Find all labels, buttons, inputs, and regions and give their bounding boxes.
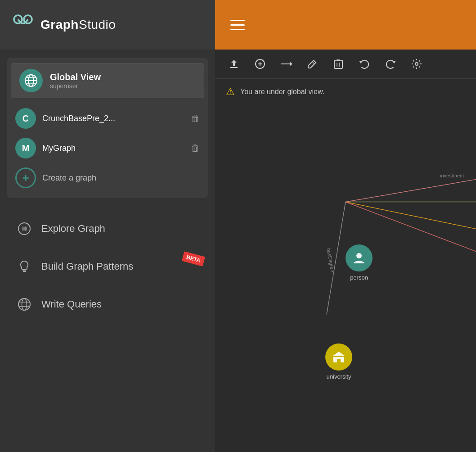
person-node-label: person xyxy=(350,274,368,281)
create-graph-item[interactable]: + Create a graph xyxy=(7,163,208,193)
graphstudio-logo-icon xyxy=(11,13,34,36)
svg-line-31 xyxy=(327,202,346,315)
warning-icon: ⚠ xyxy=(226,86,235,98)
svg-rect-24 xyxy=(334,61,342,68)
warning-bar: ⚠ You are under global view. xyxy=(215,79,476,105)
edit-button[interactable] xyxy=(304,56,320,72)
edge-button[interactable] xyxy=(278,56,294,72)
undo-button[interactable] xyxy=(356,56,373,72)
graph-avatar-c: C xyxy=(15,108,36,129)
beta-badge: BETA xyxy=(182,251,205,267)
settings-button[interactable] xyxy=(409,56,425,72)
app-title: GraphStudio xyxy=(40,18,116,32)
nav-item-explore[interactable]: Explore Graph xyxy=(7,211,208,247)
global-view-subtitle: superuser xyxy=(50,82,101,90)
svg-point-12 xyxy=(18,298,30,310)
main-content: ⚠ You are under global view. hasDegree i… xyxy=(215,0,476,452)
svg-text:hasDegree: hasDegree xyxy=(326,248,335,272)
graph-item-crunchbase[interactable]: C CrunchBasePre_2... 🗑 xyxy=(7,104,208,133)
upload-button[interactable] xyxy=(226,56,242,72)
global-view-item[interactable]: Global View superuser xyxy=(11,63,204,98)
university-node[interactable]: university xyxy=(325,344,352,380)
compass-icon xyxy=(16,221,32,237)
explore-graph-label: Explore Graph xyxy=(41,223,105,235)
svg-line-32 xyxy=(346,180,476,202)
svg-marker-40 xyxy=(332,352,345,356)
svg-point-38 xyxy=(356,253,362,258)
delete-crunchbase-button[interactable]: 🗑 xyxy=(191,113,200,124)
graph-name-crunchbase: CrunchBasePre_2... xyxy=(42,114,184,123)
person-node-circle xyxy=(346,244,373,271)
hamburger-line-1 xyxy=(230,20,245,21)
sidebar: GraphStudio Global View superuser C xyxy=(0,0,215,452)
redo-button[interactable] xyxy=(382,56,399,72)
global-view-text: Global View superuser xyxy=(50,72,101,90)
lightbulb-icon xyxy=(16,258,32,275)
svg-point-13 xyxy=(22,298,27,310)
globe-grid-icon xyxy=(16,296,32,312)
sidebar-logo-area: GraphStudio xyxy=(0,0,215,50)
globe-icon xyxy=(19,69,43,92)
svg-line-35 xyxy=(346,202,476,252)
warning-text: You are under global view. xyxy=(240,88,324,96)
delete-button[interactable] xyxy=(330,56,346,72)
hamburger-line-3 xyxy=(230,29,245,30)
graph-item-mygraph[interactable]: M MyGraph 🗑 xyxy=(7,133,208,163)
nav-item-queries[interactable]: Write Queries xyxy=(7,286,208,322)
person-node[interactable]: person xyxy=(346,244,373,281)
university-node-circle xyxy=(325,344,352,371)
graph-panel: Global View superuser C CrunchBasePre_2.… xyxy=(7,58,208,198)
global-view-title: Global View xyxy=(50,72,101,82)
svg-line-23 xyxy=(312,62,314,64)
graph-name-mygraph: MyGraph xyxy=(42,144,184,153)
create-graph-icon: + xyxy=(15,167,36,188)
nav-item-build[interactable]: Build Graph Patterns BETA xyxy=(7,249,208,285)
build-graph-label: Build Graph Patterns xyxy=(41,261,133,272)
nav-section: Explore Graph Build Graph Patterns BETA xyxy=(0,206,215,327)
university-node-label: university xyxy=(327,373,351,380)
hamburger-menu-button[interactable] xyxy=(228,15,247,35)
top-bar xyxy=(215,0,476,50)
svg-marker-22 xyxy=(290,62,292,66)
add-button[interactable] xyxy=(252,56,268,72)
graph-avatar-m: M xyxy=(15,138,36,158)
create-graph-label: Create a graph xyxy=(42,173,96,183)
svg-marker-29 xyxy=(392,61,396,63)
svg-line-34 xyxy=(346,202,476,229)
svg-rect-41 xyxy=(337,359,341,362)
toolbar xyxy=(215,50,476,79)
svg-point-30 xyxy=(415,63,418,65)
svg-text:investment: investment xyxy=(440,173,464,178)
write-queries-label: Write Queries xyxy=(41,298,102,310)
svg-marker-28 xyxy=(359,61,363,63)
graph-canvas[interactable]: hasDegree investment person xyxy=(215,105,476,452)
delete-mygraph-button[interactable]: 🗑 xyxy=(191,143,200,154)
hamburger-line-2 xyxy=(230,24,245,26)
